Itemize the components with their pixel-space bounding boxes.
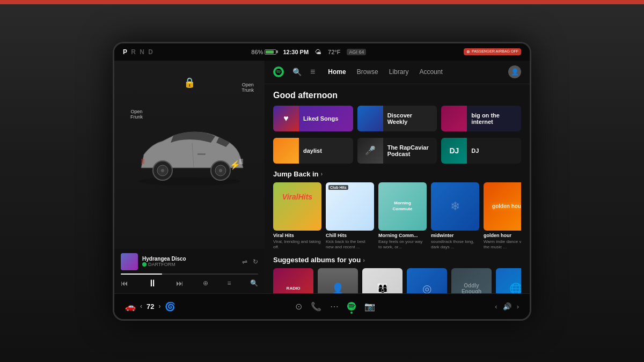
pause-button[interactable]: ⏸ bbox=[148, 278, 157, 289]
golden-hour-card[interactable]: golden hour golden hour Warm indie dance… bbox=[484, 182, 521, 250]
featured-row-1: ♥ Liked Songs Discover Weekly big on the… bbox=[273, 106, 521, 131]
airbag-label: PASSENGER AIRBAG OFF bbox=[472, 49, 518, 54]
progress-bar[interactable] bbox=[121, 274, 258, 275]
i-love-you-card[interactable]: 👩‍👩‍👦 I Love You bbox=[362, 268, 402, 293]
messages-icon[interactable]: ⋯ bbox=[330, 301, 339, 312]
fan-icon[interactable]: 🌀 bbox=[165, 301, 175, 312]
sliver-card[interactable]: 👤 Sliver bbox=[318, 268, 358, 293]
volume-icon[interactable]: 🔊 bbox=[503, 302, 511, 311]
daylist-card[interactable]: daylist bbox=[273, 138, 353, 164]
suggested-albums-row: RADIO Radio 👤 Sliver bbox=[273, 268, 521, 293]
airbag-icon: ⊗ bbox=[466, 49, 470, 54]
jump-back-arrow: › bbox=[321, 171, 323, 177]
spotify-taskbar-icon[interactable] bbox=[347, 302, 356, 311]
liked-songs-thumb: ♥ bbox=[273, 106, 299, 131]
oddly-enough-card[interactable]: Oddly Enough Oddly Enough bbox=[451, 268, 492, 293]
bottom-center-icons: ⊙ 📞 ⋯ 📷 bbox=[295, 301, 375, 312]
status-center: 86% 12:30 PM 🌤 72°F AGI 64 bbox=[251, 48, 366, 56]
spotify-panel: 🔍 ≡ Home Browse Library Account 👤 G bbox=[265, 61, 530, 293]
search-icon[interactable]: 🔍 bbox=[250, 279, 258, 287]
player-controls: ⏮ ⏸ ⏭ ⊕ ≡ 🔍 bbox=[121, 278, 258, 289]
temp-decrease-button[interactable]: ‹ bbox=[140, 302, 142, 310]
jump-back-row: ViralHits Viral Hits Viral, trending and… bbox=[273, 182, 521, 250]
midwinter-name: midwinter bbox=[431, 233, 479, 239]
morning-commute-name: Morning Comm... bbox=[378, 233, 427, 239]
discover-weekly-card[interactable]: Discover Weekly bbox=[357, 106, 437, 131]
viral-hits-card[interactable]: ViralHits Viral Hits Viral, trending and… bbox=[273, 182, 321, 250]
big-on-internet-label: big on the internet bbox=[471, 112, 517, 125]
rapcaviar-card[interactable]: 🎤 The RapCaviar Podcast bbox=[357, 138, 437, 164]
illusion-card[interactable]: ◎ Illusion (Instru... bbox=[407, 268, 447, 293]
spotify-nav: 🔍 ≡ Home Browse Library Account 👤 bbox=[265, 61, 530, 84]
progress-fill bbox=[121, 274, 162, 275]
dj-label: DJ bbox=[471, 147, 479, 154]
chill-hits-desc: Kick back to the best new and recent ... bbox=[326, 239, 374, 249]
illusion-thumb: ◎ bbox=[407, 268, 447, 293]
artist-name: DARTFORM bbox=[148, 262, 175, 267]
car-interior: P R N D 86% 12:30 PM 🌤 72°F AGI 64 bbox=[0, 0, 644, 362]
prev-track-icon[interactable]: ‹ bbox=[495, 302, 497, 311]
equalizer-icon[interactable]: ≡ bbox=[227, 279, 231, 287]
shuffle-icon[interactable]: ⇌ bbox=[242, 258, 247, 265]
morning-commute-card[interactable]: MorningCommute Morning Comm... Easy feel… bbox=[378, 182, 427, 250]
nav-home[interactable]: Home bbox=[328, 68, 346, 76]
player-track-info: Hydrangea Disco DARTFORM ⇌ ↻ bbox=[121, 253, 258, 270]
passenger-airbag-badge: ⊗ PASSENGER AIRBAG OFF bbox=[464, 48, 521, 55]
next-button[interactable]: ⏭ bbox=[176, 279, 184, 287]
ev-charging-icon: ⚡ bbox=[230, 160, 240, 170]
viral-hits-desc: Viral, trending and taking off. bbox=[273, 239, 321, 249]
profile-avatar[interactable]: 👤 bbox=[508, 65, 521, 78]
add-to-playlist-icon[interactable]: ⊕ bbox=[203, 279, 208, 287]
temperature-display: 72 bbox=[147, 302, 154, 311]
red-accent-stripe bbox=[0, 0, 644, 4]
navigation-icon[interactable]: ⊙ bbox=[295, 301, 302, 312]
menu-nav-icon[interactable]: ≡ bbox=[310, 67, 315, 77]
radio-card[interactable]: RADIO Radio bbox=[273, 268, 313, 293]
svg-point-6 bbox=[219, 169, 222, 172]
discover-weekly-label: Discover Weekly bbox=[387, 112, 433, 125]
profile-icon: 👤 bbox=[511, 68, 519, 76]
discover-weekly-thumb bbox=[357, 106, 383, 131]
track-artist: DARTFORM bbox=[142, 262, 238, 267]
spotify-dot bbox=[142, 262, 147, 267]
gear-d: D bbox=[148, 48, 154, 56]
big-on-internet-thumb bbox=[441, 106, 467, 131]
greeting-title: Good afternoon bbox=[273, 91, 521, 100]
i-love-you-thumb: 👩‍👩‍👦 bbox=[362, 268, 402, 293]
car-icon[interactable]: 🚗 bbox=[125, 301, 136, 312]
new-world-card[interactable]: 🌐 New World bbox=[496, 268, 521, 293]
search-nav-icon[interactable]: 🔍 bbox=[292, 68, 302, 76]
nav-account[interactable]: Account bbox=[419, 68, 442, 76]
next-track-icon[interactable]: › bbox=[517, 302, 519, 311]
open-trunk-button[interactable]: Open Trunk bbox=[241, 82, 254, 93]
chill-hits-name: Chill Hits bbox=[326, 233, 374, 239]
big-on-internet-card[interactable]: big on the internet bbox=[441, 106, 521, 131]
player-section: Hydrangea Disco DARTFORM ⇌ ↻ bbox=[114, 249, 265, 293]
nav-browse[interactable]: Browse bbox=[357, 68, 378, 76]
camera-icon[interactable]: 📷 bbox=[364, 301, 375, 312]
nav-library[interactable]: Library bbox=[389, 68, 409, 76]
phone-icon[interactable]: 📞 bbox=[311, 301, 321, 312]
repeat-icon[interactable]: ↻ bbox=[253, 258, 258, 265]
suggested-arrow: › bbox=[363, 257, 365, 263]
daylist-label: daylist bbox=[303, 147, 322, 154]
oddly-enough-thumb: Oddly Enough bbox=[451, 268, 492, 293]
agi-badge: AGI 64 bbox=[347, 49, 366, 55]
track-title: Hydrangea Disco bbox=[142, 256, 238, 262]
status-left: P R N D bbox=[123, 48, 154, 56]
liked-songs-card[interactable]: ♥ Liked Songs bbox=[273, 106, 353, 131]
gear-n: N bbox=[140, 48, 145, 56]
prev-button[interactable]: ⏮ bbox=[121, 279, 128, 287]
midwinter-card[interactable]: ❄ midwinter soundtrack those long, dark … bbox=[431, 182, 479, 250]
golden-hour-desc: Warm indie dance vibes, the music ... bbox=[484, 239, 521, 249]
dj-card[interactable]: DJ DJ bbox=[441, 138, 521, 164]
svg-rect-8 bbox=[197, 153, 206, 155]
spotify-content: Good afternoon ♥ Liked Songs Discover We… bbox=[265, 84, 530, 293]
chill-hits-card[interactable]: Club Hits Chill Hits Kick back to the be… bbox=[326, 182, 374, 250]
temp-increase-button[interactable]: › bbox=[158, 302, 160, 310]
rapcaviar-label: The RapCaviar Podcast bbox=[387, 144, 433, 157]
temperature-control: ‹ 72 › bbox=[140, 302, 160, 311]
suggested-albums-title[interactable]: Suggested albums for you › bbox=[273, 256, 521, 264]
spotify-logo bbox=[273, 67, 284, 77]
jump-back-in-title[interactable]: Jump Back in › bbox=[273, 170, 521, 178]
